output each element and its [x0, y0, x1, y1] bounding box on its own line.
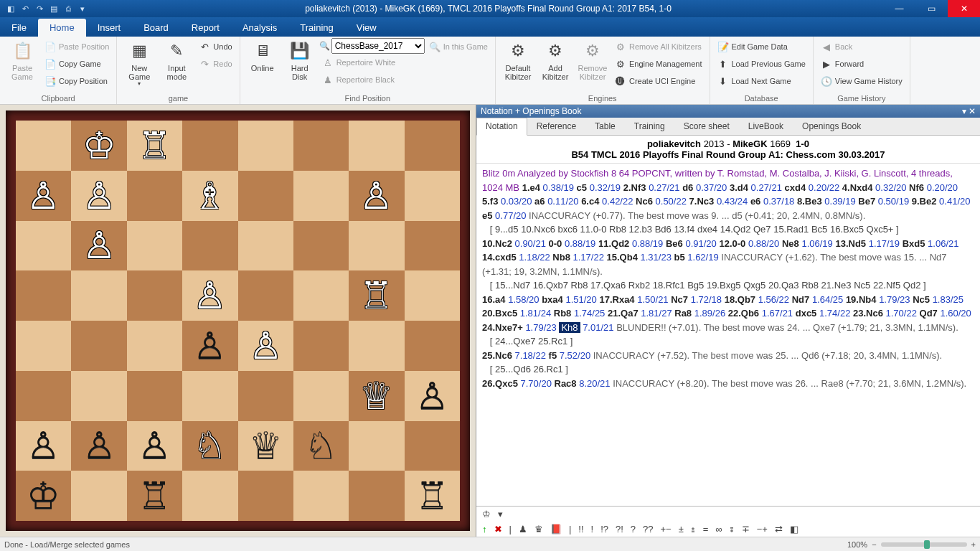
qat-dropdown-icon[interactable]: ▾: [77, 4, 88, 14]
square[interactable]: ♙: [71, 221, 126, 271]
square[interactable]: [238, 221, 293, 271]
square[interactable]: [16, 221, 71, 271]
nag-button[interactable]: ?: [631, 524, 636, 534]
tab-livebook[interactable]: LiveBook: [739, 118, 793, 135]
square[interactable]: [293, 171, 349, 221]
zoom-out-icon[interactable]: −: [872, 540, 876, 549]
square[interactable]: [293, 321, 349, 371]
back-button[interactable]: ◀Back: [818, 38, 905, 55]
tab-reference[interactable]: Reference: [527, 118, 585, 135]
square[interactable]: [127, 171, 182, 221]
remove-all-kibitzers-button[interactable]: ⚙Remove All Kibitzers: [612, 38, 705, 55]
square[interactable]: [405, 171, 460, 221]
qat-save-icon[interactable]: ▤: [49, 4, 59, 14]
square[interactable]: ♕: [349, 371, 404, 421]
tab-training[interactable]: Training: [625, 118, 674, 135]
eraser-icon[interactable]: ◧: [790, 524, 798, 534]
piece-bn[interactable]: ♘: [304, 427, 338, 464]
undo-button[interactable]: ↶Undo: [196, 38, 235, 55]
maximize-button[interactable]: ▭: [915, 0, 948, 17]
square[interactable]: ♖: [405, 471, 460, 521]
in-this-game-button[interactable]: 🔍In this Game: [426, 38, 491, 55]
load-previous-game-button[interactable]: ⬆Load Previous Game: [715, 55, 809, 72]
square[interactable]: [293, 270, 349, 321]
nag-button[interactable]: ??: [643, 524, 653, 534]
square[interactable]: ♙: [127, 421, 182, 471]
square[interactable]: ♖: [127, 121, 182, 171]
nag-button[interactable]: ±: [679, 524, 684, 534]
repertoire-white-button[interactable]: ♙Repertoire White: [319, 54, 425, 71]
piece-wp[interactable]: ♙: [83, 177, 116, 215]
redo-button[interactable]: ↷Redo: [196, 55, 235, 72]
piece-br[interactable]: ♖: [415, 477, 449, 514]
menu-view[interactable]: View: [345, 19, 388, 37]
piece-wp[interactable]: ♙: [83, 227, 116, 264]
nag-button[interactable]: ⩱: [730, 524, 735, 534]
qat-icon[interactable]: ◧: [6, 4, 16, 14]
remove-kibitzer-button[interactable]: ⚙Remove Kibitzer: [575, 38, 611, 83]
edit-game-data-button[interactable]: 📝Edit Game Data: [715, 38, 809, 55]
square[interactable]: [238, 171, 293, 221]
square[interactable]: [349, 421, 404, 471]
new-game-button[interactable]: ▦New Game▾: [121, 38, 157, 89]
copy-position-button[interactable]: 📑Copy Position: [42, 72, 112, 90]
square[interactable]: [405, 270, 460, 321]
nag-button[interactable]: !?: [600, 524, 608, 534]
square[interactable]: [349, 121, 404, 171]
piece-wn[interactable]: ♘: [193, 427, 227, 464]
square[interactable]: [293, 121, 349, 171]
square[interactable]: [349, 321, 404, 371]
square[interactable]: ♙: [182, 270, 237, 321]
paste-game-button[interactable]: 📋Paste Game: [4, 38, 40, 83]
square[interactable]: [71, 321, 126, 371]
square[interactable]: [16, 321, 71, 371]
toolbar-pawn-icon[interactable]: ♟: [519, 524, 527, 534]
piece-wp[interactable]: ♙: [249, 327, 283, 364]
piece-bp[interactable]: ♙: [193, 327, 227, 364]
square[interactable]: [238, 121, 293, 171]
close-button[interactable]: ✕: [948, 0, 980, 17]
piece-bk[interactable]: ♔: [27, 477, 60, 514]
zoom-control[interactable]: 100% − +: [847, 540, 976, 549]
square[interactable]: [405, 121, 460, 171]
nag-button[interactable]: ⩲: [691, 524, 696, 534]
square[interactable]: [349, 471, 404, 521]
piece-icon[interactable]: ♔: [482, 509, 491, 519]
piece-wr[interactable]: ♖: [359, 277, 393, 314]
piece-wq[interactable]: ♕: [359, 377, 393, 415]
input-mode-button[interactable]: ✎Input mode: [159, 38, 194, 83]
nag-button[interactable]: ∓: [742, 524, 750, 534]
paste-position-button[interactable]: 📄Paste Position: [42, 38, 112, 55]
default-kibitzer-button[interactable]: ⚙Default Kibitzer: [500, 38, 536, 83]
square[interactable]: [238, 471, 293, 521]
panel-controls[interactable]: ▾ ✕: [962, 106, 976, 116]
square[interactable]: ♙: [16, 421, 71, 471]
dropdown-icon[interactable]: ▾: [498, 509, 503, 519]
view-game-history-button[interactable]: 🕓View Game History: [818, 72, 905, 90]
square[interactable]: ♙: [16, 171, 71, 221]
piece-wp[interactable]: ♙: [359, 177, 393, 215]
square[interactable]: ♘: [293, 421, 349, 471]
menu-board[interactable]: Board: [132, 19, 180, 37]
up-arrow-icon[interactable]: ↑: [482, 524, 487, 534]
square[interactable]: [71, 371, 126, 421]
menu-home[interactable]: Home: [38, 19, 86, 37]
nag-button[interactable]: =: [703, 524, 709, 534]
menu-analysis[interactable]: Analysis: [231, 19, 288, 37]
forward-button[interactable]: ▶Forward: [818, 55, 905, 72]
square[interactable]: ♖: [349, 270, 404, 321]
square[interactable]: [405, 421, 460, 471]
square[interactable]: ♔: [16, 471, 71, 521]
online-button[interactable]: 🖥Online: [245, 38, 281, 74]
square[interactable]: [238, 371, 293, 421]
tab-notation[interactable]: Notation: [476, 118, 527, 136]
cross-icon[interactable]: ✖: [494, 524, 502, 534]
piece-bq[interactable]: ♕: [249, 427, 283, 464]
nag-button[interactable]: −+: [757, 524, 768, 534]
nag-button[interactable]: !: [591, 524, 594, 534]
square[interactable]: ♗: [182, 171, 237, 221]
piece-wp[interactable]: ♙: [193, 277, 227, 314]
square[interactable]: [182, 121, 237, 171]
square[interactable]: ♙: [238, 321, 293, 371]
piece-bp[interactable]: ♙: [83, 427, 116, 464]
